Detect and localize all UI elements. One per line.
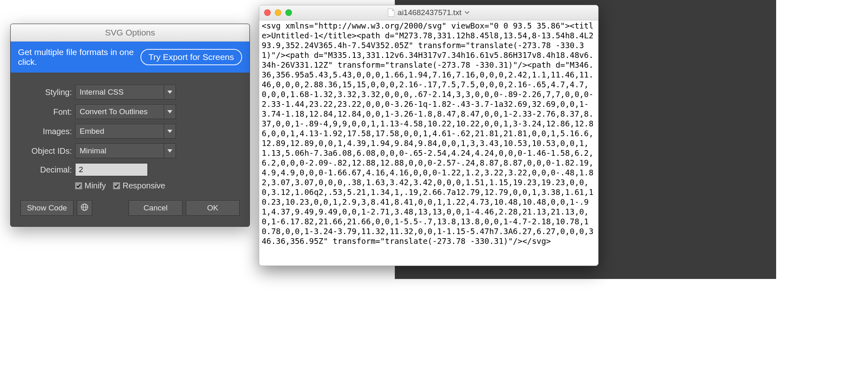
window-titlebar[interactable]: ai14682437571.txt (259, 5, 598, 20)
text-content-area[interactable]: <svg xmlns="http://www.w3.org/2000/svg" … (259, 20, 598, 266)
minimize-icon[interactable] (275, 9, 281, 16)
font-select[interactable]: Convert To Outlines (75, 104, 176, 119)
chevron-down-icon (164, 124, 176, 138)
window-filename: ai14682437571.txt (398, 8, 461, 17)
object-ids-select[interactable]: Minimal (75, 144, 176, 158)
globe-icon (80, 203, 89, 213)
try-export-for-screens-button[interactable]: Try Export for Screens (140, 49, 242, 65)
responsive-checkbox[interactable]: Responsive (113, 181, 165, 190)
svg-options-dialog: SVG Options Get multiple file formats in… (10, 24, 250, 227)
images-label: Images: (20, 127, 75, 136)
styling-label: Styling: (20, 88, 75, 97)
dialog-banner: Get multiple file formats in one click. … (11, 42, 249, 73)
document-icon (388, 9, 394, 17)
dialog-title: SVG Options (11, 24, 249, 42)
preview-in-browser-button[interactable] (77, 200, 92, 216)
close-icon[interactable] (264, 9, 271, 16)
svg-code-text: <svg xmlns="http://www.w3.org/2000/svg" … (262, 21, 595, 246)
chevron-down-icon (164, 144, 176, 158)
check-icon (75, 182, 82, 189)
chevron-down-icon (465, 11, 470, 14)
responsive-label: Responsive (122, 181, 165, 190)
banner-text: Get multiple file formats in one click. (18, 47, 135, 67)
object-ids-label: Object IDs: (20, 146, 75, 156)
minify-checkbox[interactable]: Minify (75, 181, 106, 190)
show-code-button[interactable]: Show Code (20, 200, 73, 216)
font-label: Font: (20, 107, 75, 117)
traffic-lights (264, 9, 292, 16)
styling-select[interactable]: Internal CSS (75, 85, 176, 100)
font-value: Convert To Outlines (76, 107, 164, 116)
svg-marker-1 (167, 110, 172, 113)
cancel-button[interactable]: Cancel (129, 200, 183, 216)
decimal-label: Decimal: (20, 165, 75, 175)
window-title[interactable]: ai14682437571.txt (388, 8, 470, 17)
chevron-down-icon (164, 85, 176, 99)
images-value: Embed (76, 127, 164, 136)
images-select[interactable]: Embed (75, 124, 176, 139)
decimal-input[interactable] (75, 163, 148, 176)
zoom-icon[interactable] (285, 9, 292, 16)
check-icon (113, 182, 120, 189)
minify-label: Minify (85, 181, 106, 190)
text-file-window: ai14682437571.txt <svg xmlns="http://www… (259, 5, 599, 266)
styling-value: Internal CSS (76, 88, 164, 97)
ok-button[interactable]: OK (186, 200, 240, 216)
svg-marker-0 (167, 91, 172, 94)
object-ids-value: Minimal (76, 146, 164, 155)
svg-marker-3 (167, 149, 172, 153)
chevron-down-icon (164, 105, 176, 119)
svg-marker-2 (167, 130, 172, 133)
